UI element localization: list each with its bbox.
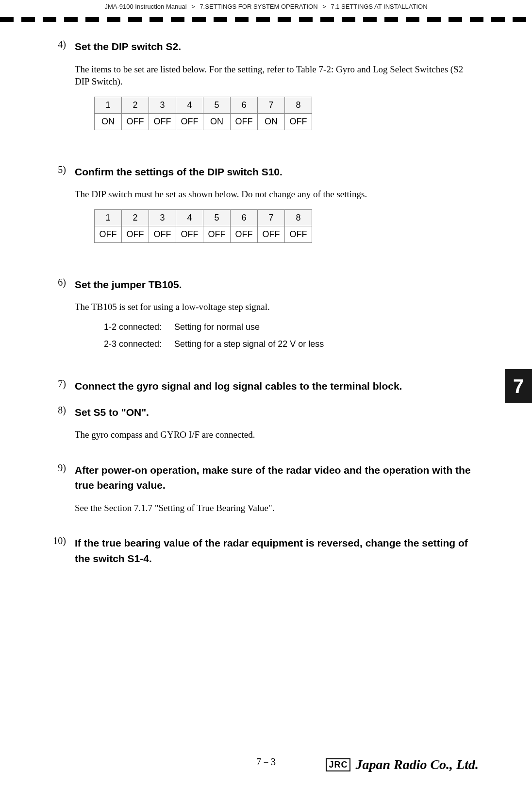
table-row: OFF OFF OFF OFF OFF OFF OFF OFF [95,226,312,242]
table-cell: OFF [285,226,312,242]
table-cell: OFF [258,226,285,242]
breadcrumb-b: 7.SETTINGS FOR SYSTEM OPERATION [200,3,317,10]
step-title: After power-on operation, make sure of t… [75,462,480,493]
table-header: 4 [176,209,203,226]
table-header: 1 [95,97,122,113]
breadcrumb-sep: > [322,3,326,10]
table-cell: OFF [176,226,203,242]
table-header: 1 [95,209,122,226]
jumper-row: 1-2 connected: Setting for normal use [104,322,480,332]
table-header: 5 [203,97,231,113]
breadcrumb-c: 7.1 SETTINGS AT INSTALLATION [331,3,427,10]
table-header: 7 [258,209,285,226]
jumper-label: 2-3 connected: [104,339,172,349]
step-number: 9) [52,462,66,474]
table-cell: OFF [285,113,312,130]
jumper-label: 1-2 connected: [104,322,172,332]
jumper-desc: Setting for a step signal of 22 V or les… [174,339,324,349]
breadcrumb-sep: > [191,3,195,10]
step-8: 8) Set S5 to "ON". The gyro compass and … [52,405,480,441]
table-header: 6 [231,97,258,113]
step-number: 6) [52,277,66,288]
step-title: Set the jumper TB105. [75,277,182,292]
step-number: 5) [52,164,66,175]
table-cell: OFF [122,113,149,130]
dip-s2-table: 1 2 3 4 5 6 7 8 ON OFF OFF OFF ON OFF ON [94,97,312,130]
table-header: 8 [285,97,312,113]
step-number: 8) [52,405,66,416]
step-6: 6) Set the jumper TB105. The TB105 is se… [52,277,480,349]
table-cell: OFF [149,226,176,242]
step-paragraph: See the Section 7.1.7 "Setting of True B… [75,502,480,514]
table-cell: ON [203,113,231,130]
jrc-logo-box: JRC [326,758,350,771]
chapter-tab: 7 [505,369,532,403]
table-header: 6 [231,209,258,226]
table-header: 4 [176,97,203,113]
step-title: If the true bearing value of the radar e… [75,535,480,566]
table-header: 2 [122,97,149,113]
company-logo: JRC Japan Radio Co., Ltd. [326,757,479,772]
step-number: 10) [52,535,66,547]
table-header: 3 [149,209,176,226]
step-number: 4) [52,39,66,50]
dip-s10-table: 1 2 3 4 5 6 7 8 OFF OFF OFF OFF OFF OFF … [94,209,312,243]
step-5: 5) Confirm the settings of the DIP switc… [52,164,480,243]
table-row: ON OFF OFF OFF ON OFF ON OFF [95,113,312,130]
step-title: Confirm the settings of the DIP switch S… [75,164,283,180]
jumper-settings: 1-2 connected: Setting for normal use 2-… [104,322,480,349]
jumper-desc: Setting for normal use [174,322,260,332]
step-paragraph: The gyro compass and GYRO I/F are connec… [75,428,480,441]
page-content: 4) Set the DIP switch S2. The items to b… [52,39,480,591]
table-header: 5 [203,209,231,226]
table-header: 3 [149,97,176,113]
step-title: Set S5 to "ON". [75,405,149,420]
table-cell: OFF [95,226,122,242]
step-7: 7) Connect the gyro signal and log signa… [52,378,480,394]
table-row: 1 2 3 4 5 6 7 8 [95,209,312,226]
table-cell: ON [95,113,122,130]
step-title: Set the DIP switch S2. [75,39,181,54]
table-header: 7 [258,97,285,113]
header-divider [0,17,532,22]
step-9: 9) After power-on operation, make sure o… [52,462,480,514]
table-cell: OFF [149,113,176,130]
table-cell: OFF [231,113,258,130]
table-cell: OFF [231,226,258,242]
table-header: 2 [122,209,149,226]
jrc-logo-script: Japan Radio Co., Ltd. [355,757,479,772]
page-number: 7－3 [256,755,276,769]
step-paragraph: The items to be set are listed below. Fo… [75,63,480,88]
table-cell: OFF [176,113,203,130]
step-4: 4) Set the DIP switch S2. The items to b… [52,39,480,130]
step-paragraph: The DIP switch must be set as shown belo… [75,188,480,201]
table-row: 1 2 3 4 5 6 7 8 [95,97,312,113]
step-paragraph: The TB105 is set for using a low-voltage… [75,301,480,313]
jumper-row: 2-3 connected: Setting for a step signal… [104,339,480,349]
step-10: 10) If the true bearing value of the rad… [52,535,480,566]
breadcrumb-a: JMA-9100 Instruction Manual [104,3,186,10]
table-cell: ON [258,113,285,130]
table-header: 8 [285,209,312,226]
step-title: Connect the gyro signal and log signal c… [75,378,402,394]
step-number: 7) [52,378,66,390]
table-cell: OFF [203,226,231,242]
table-cell: OFF [122,226,149,242]
breadcrumb: JMA-9100 Instruction Manual > 7.SETTINGS… [0,3,532,10]
